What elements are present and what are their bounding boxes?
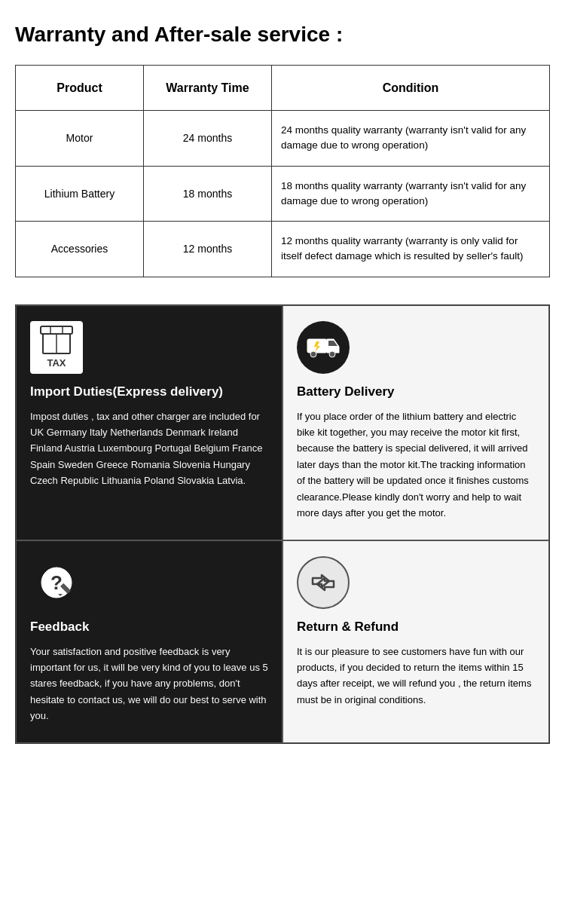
import-duties-cell: TAX Import Duties(Express delivery) Impo… xyxy=(16,305,282,540)
table-header-condition: Condition xyxy=(272,66,550,111)
table-row: Lithium Battery 18 months 18 months qual… xyxy=(16,166,550,222)
warranty-time-battery: 18 months xyxy=(144,166,272,222)
return-refund-icon xyxy=(297,556,350,609)
return-refund-body: It is our pleasure to see customers have… xyxy=(297,644,535,708)
return-refund-title: Return & Refund xyxy=(297,620,535,635)
feedback-title: Feedback xyxy=(30,620,268,635)
page-title: Warranty and After-sale service : xyxy=(15,23,550,47)
product-accessories: Accessories xyxy=(16,222,144,277)
battery-delivery-body: If you place order of the lithium batter… xyxy=(297,408,535,522)
return-refund-cell: Return & Refund It is our pleasure to se… xyxy=(282,540,549,743)
warranty-table: Product Warranty Time Condition Motor 24… xyxy=(15,65,550,277)
product-battery: Lithium Battery xyxy=(16,166,144,222)
svg-point-6 xyxy=(310,351,316,357)
tax-icon: TAX xyxy=(30,321,83,374)
condition-battery: 18 months quality warranty (warranty isn… xyxy=(272,166,550,222)
svg-point-7 xyxy=(329,351,335,357)
battery-delivery-cell: Battery Delivery If you place order of t… xyxy=(282,305,549,540)
bottom-grid: TAX Import Duties(Express delivery) Impo… xyxy=(15,304,550,744)
table-row: Accessories 12 months 12 months quality … xyxy=(16,222,550,277)
battery-delivery-title: Battery Delivery xyxy=(297,384,535,399)
table-header-warranty-time: Warranty Time xyxy=(144,66,272,111)
feedback-icon: ? xyxy=(30,556,83,609)
condition-accessories: 12 months quality warranty (warranty is … xyxy=(272,222,550,277)
feedback-body: Your satisfaction and positive feedback … xyxy=(30,644,268,724)
import-duties-body: Impost duties , tax and other charger ar… xyxy=(30,408,268,489)
feedback-cell: ? Feedback Your satisfaction and positiv… xyxy=(16,540,282,743)
table-row: Motor 24 months 24 months quality warran… xyxy=(16,111,550,167)
import-duties-title: Import Duties(Express delivery) xyxy=(30,384,268,399)
product-motor: Motor xyxy=(16,111,144,167)
delivery-truck-icon xyxy=(297,321,350,374)
svg-text:?: ? xyxy=(50,571,63,594)
warranty-time-motor: 24 months xyxy=(144,111,272,167)
warranty-time-accessories: 12 months xyxy=(144,222,272,277)
table-header-product: Product xyxy=(16,66,144,111)
svg-rect-0 xyxy=(41,326,72,334)
condition-motor: 24 months quality warranty (warranty isn… xyxy=(272,111,550,167)
